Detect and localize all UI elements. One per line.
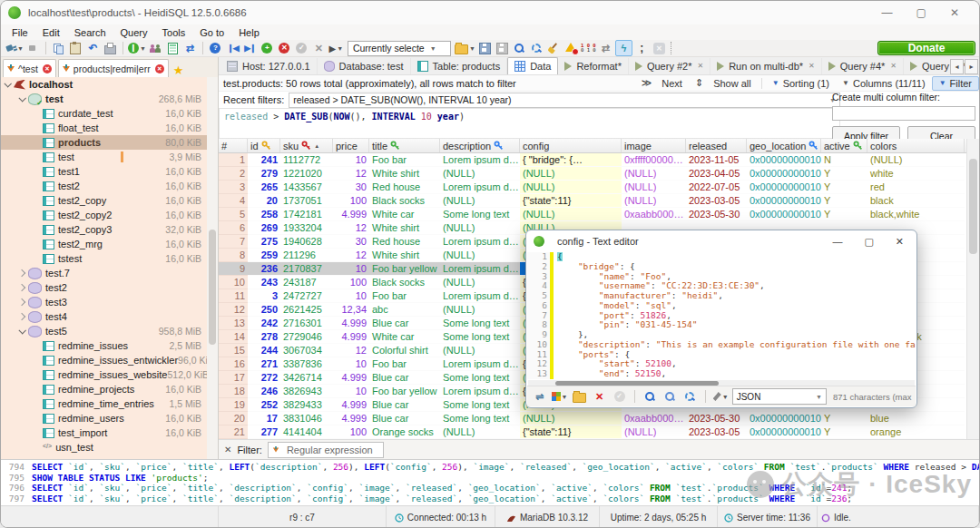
menu-search[interactable]: Search	[67, 26, 113, 39]
tree-item-test5[interactable]: test5958,8 MiB	[1, 324, 207, 338]
cell-geo[interactable]: 0x00000000010…	[747, 208, 821, 221]
cell-price[interactable]: 4.999	[333, 398, 369, 412]
cell-id[interactable]: 279	[248, 167, 280, 181]
tree-item-test2-copy2[interactable]: test2_copy216,0 KiB	[1, 208, 207, 222]
cell-desc[interactable]: Some long text	[440, 371, 520, 385]
cell-image[interactable]: 0xffff00000…	[622, 153, 686, 167]
cell-title[interactable]: Foo bar	[369, 289, 440, 303]
cell-geo[interactable]: 0x00000000010…	[747, 425, 821, 439]
cell-title[interactable]: Orange socks	[369, 425, 440, 439]
cell-desc[interactable]: Lorem ipsum d…	[440, 153, 520, 167]
zoom-out-icon[interactable]	[662, 389, 678, 404]
table-row[interactable]: 2279122102012White shirt(NULL)(NULL)(NUL…	[219, 167, 966, 181]
cell-desc[interactable]: Lorem ipsum d…	[440, 385, 520, 398]
cell-act[interactable]: Y	[821, 167, 867, 181]
tree-scrollbar[interactable]	[207, 77, 218, 459]
zoom-reset-icon[interactable]	[682, 389, 698, 404]
tools-icon[interactable]: ▼	[713, 389, 729, 404]
grid-filter-input[interactable]: Regular expression	[268, 442, 384, 458]
cell-rel[interactable]: 2023-05-30	[686, 208, 747, 221]
cell-colors[interactable]: blue	[867, 412, 965, 425]
zoom-in-icon[interactable]	[642, 389, 658, 404]
cell-title[interactable]: Blue car	[369, 371, 440, 385]
cell-sku[interactable]: 2170837	[280, 262, 333, 276]
cell-rn[interactable]: 13	[219, 317, 248, 330]
cell-desc[interactable]: Lorem ipsum d…	[440, 235, 520, 249]
cell-rn[interactable]: 17	[219, 371, 248, 385]
cell-act[interactable]: N	[821, 153, 867, 167]
database-tree[interactable]: localhosttest268,6 MiBcurdate_test16,0 K…	[1, 77, 207, 459]
cell-price[interactable]: 4.999	[333, 317, 369, 330]
linebreak-icon[interactable]: ⇌	[532, 389, 547, 404]
cell-rn[interactable]: 12	[219, 303, 248, 317]
find-again-icon[interactable]	[529, 41, 544, 55]
cell-price[interactable]: 100	[333, 425, 369, 439]
cell-price[interactable]: 10	[333, 153, 369, 167]
cell-id[interactable]: 236	[248, 262, 280, 276]
tab-scroll-right-icon[interactable]: ▸	[965, 59, 978, 74]
cell-title[interactable]: abc	[369, 303, 440, 317]
donate-button[interactable]: Donate	[877, 41, 975, 55]
next-rows-button[interactable]: ≫ Next	[635, 76, 689, 90]
insert-row-icon[interactable]: +	[260, 41, 275, 55]
cell-desc[interactable]: (NULL)	[440, 425, 520, 439]
highlight-icon[interactable]: ϟ	[615, 40, 632, 56]
column-header-price[interactable]: price	[333, 139, 369, 152]
cell-id[interactable]: 278	[248, 330, 280, 344]
cell-sku[interactable]: 1221020	[280, 167, 333, 181]
cell-price[interactable]: 4.999	[333, 412, 369, 425]
cell-sku[interactable]: 1433567	[280, 181, 333, 194]
windows-format-icon[interactable]: ▼	[552, 389, 567, 404]
tree-item-test2[interactable]: test216,0 KiB	[1, 179, 207, 193]
cell-title[interactable]: White shirt	[369, 221, 440, 235]
cell-sku[interactable]: 3831046	[280, 412, 333, 425]
dialog-close-icon[interactable]: ✕	[896, 236, 904, 248]
filter-button[interactable]: ▼Filter	[932, 76, 979, 91]
tree-filter-tab[interactable]: products|redmi|err✕	[58, 59, 169, 77]
cell-id[interactable]: 277	[248, 425, 280, 439]
cell-config[interactable]: {"state":11}	[520, 194, 622, 208]
table-row[interactable]: 525817421814.999White carSome long text(…	[219, 208, 966, 221]
cell-geo[interactable]: 0x00000000010…	[747, 412, 821, 425]
expand-arrow-icon[interactable]	[18, 269, 25, 277]
tree-item-localhost[interactable]: localhost	[1, 77, 207, 92]
tree-item-test[interactable]: test268,6 MiB	[1, 92, 207, 106]
tree-item-redmine-projects[interactable]: redmine_projects16,0 KiB	[1, 382, 207, 396]
cell-title[interactable]: White car	[369, 330, 440, 344]
expand-arrow-icon[interactable]	[18, 298, 25, 306]
table-row[interactable]: 1241111277210Foo barLorem ipsum d…{ "bri…	[219, 153, 966, 167]
cell-rel[interactable]: 2023-05-30	[686, 412, 747, 425]
tab-data[interactable]: Data	[507, 57, 558, 74]
dialog-maximize-icon[interactable]: ▢	[864, 236, 873, 248]
cell-rn[interactable]: 19	[219, 398, 248, 412]
cell-sku[interactable]: 1933204	[280, 221, 333, 235]
last-row-icon[interactable]: ▶❙	[242, 41, 258, 55]
table-row[interactable]: 212774141404100Orange socks(NULL){"state…	[219, 425, 966, 439]
cell-config[interactable]: (NULL)	[520, 181, 622, 194]
cell-price[interactable]: 4.999	[333, 330, 369, 344]
cell-colors[interactable]: red	[867, 181, 965, 194]
tree-item-test2[interactable]: test2	[1, 280, 207, 295]
tree-item-usn-test[interactable]: </>usn_test	[1, 440, 207, 455]
cell-act[interactable]: Y	[821, 412, 867, 425]
table-row[interactable]: 3265143356730Red houseLorem ipsum d…(NUL…	[219, 181, 966, 194]
cell-act[interactable]: Y	[821, 181, 867, 194]
cell-sku[interactable]: 243187	[280, 276, 333, 289]
menu-tools[interactable]: Tools	[155, 26, 193, 39]
cell-sku[interactable]: 3826943	[280, 385, 333, 398]
cell-rel[interactable]: 2022-07-05	[686, 181, 747, 194]
expand-arrow-icon[interactable]	[18, 327, 25, 334]
tree-item-test3[interactable]: test3	[1, 295, 207, 309]
cell-rn[interactable]: 8	[219, 249, 248, 262]
cell-desc[interactable]: Lorem ipsum d…	[440, 357, 520, 371]
cell-sku[interactable]: 211296	[280, 249, 333, 262]
cell-id[interactable]: 269	[248, 221, 280, 235]
data-flow-icon[interactable]: ⇄	[182, 41, 198, 55]
apply-icon[interactable]: ✓	[612, 389, 627, 404]
format-select[interactable]: JSON▼	[732, 388, 827, 405]
cell-config[interactable]: {"state":11}	[520, 425, 622, 439]
cell-sku[interactable]: 2621425	[280, 303, 333, 317]
cell-desc[interactable]: (NULL)	[440, 303, 520, 317]
cell-price[interactable]: 12	[333, 249, 369, 262]
cell-image[interactable]: (NULL)	[622, 167, 686, 181]
